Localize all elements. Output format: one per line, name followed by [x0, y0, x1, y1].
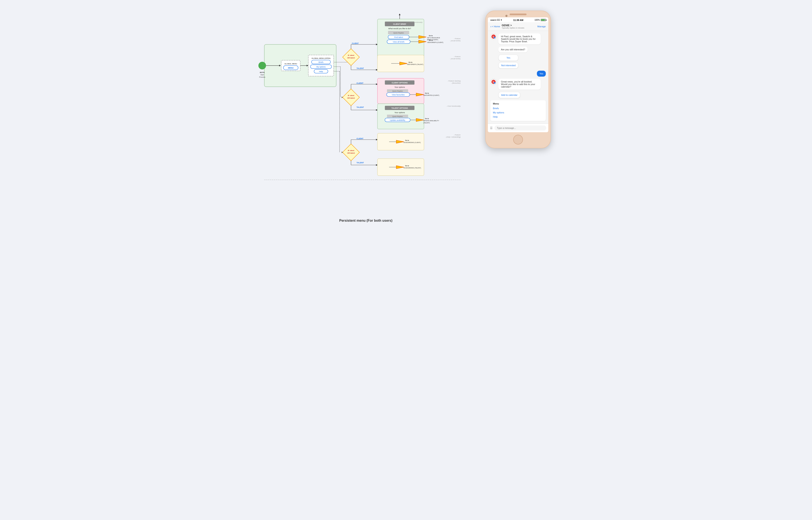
svg-text:Go to: Go to — [425, 93, 429, 94]
svg-text:ON-BOARDING (CLIENT): ON-BOARDING (CLIENT) — [403, 142, 421, 144]
start-both-label: BOTH — [260, 72, 265, 73]
svg-text:- Core functionality: - Core functionality — [408, 21, 423, 23]
svg-text:My options: My options — [316, 66, 326, 68]
bot-message-1: Hi Paul, great news, Saatchi & Saatchi w… — [498, 33, 541, 45]
svg-text:TALENT OPTIONS: TALENT OPTIONS — [391, 107, 408, 109]
svg-text:- Feature: - Feature — [454, 38, 461, 40]
svg-text:C: C — [494, 82, 495, 84]
svg-text:TALENT: TALENT — [356, 162, 364, 164]
svg-text:CLIENT BRIEF: CLIENT BRIEF — [393, 23, 406, 25]
quick-replies-row: Yes Not interested — [490, 55, 546, 69]
main-container: BOTH Start Process GLOBAL MENU MENU GLOB… — [258, 6, 554, 227]
wifi-icon: ▾ — [501, 19, 502, 21]
svg-text:CLIENT: CLIENT — [356, 137, 363, 140]
svg-text:What would you like to do?: What would you like to do? — [388, 27, 411, 30]
svg-text:IF client: IF client — [348, 150, 354, 152]
phone-area: ●●●oo EE ▾ 11:39 AM 100% ‹ — [482, 6, 554, 148]
svg-text:Your options: Your options — [395, 111, 405, 113]
phone-home-button[interactable] — [513, 135, 523, 145]
yes-quick-reply[interactable]: Yes — [498, 55, 518, 61]
svg-text:Help: Help — [319, 71, 323, 73]
chat-menu-help[interactable]: Help — [493, 115, 543, 119]
svg-text:Process: Process — [259, 76, 265, 78]
back-label: < Home — [492, 25, 500, 28]
chat-title-area: GENIE > Typically replies in minutes — [502, 24, 536, 29]
svg-text:Briefs: Briefs — [319, 61, 324, 63]
bot-avatar-2: G C — [490, 79, 497, 85]
chat-menu-my-options[interactable]: My options — [493, 110, 543, 115]
phone-device: ●●●oo EE ▾ 11:39 AM 100% ‹ — [485, 10, 551, 148]
flowchart-area: BOTH Start Process GLOBAL MENU MENU GLOB… — [258, 6, 474, 227]
carrier-label: ●●●oo EE — [490, 19, 500, 21]
svg-text:View favourites: View favourites — [392, 94, 405, 96]
svg-text:- Feature backlog: - Feature backlog — [448, 80, 461, 82]
manage-button[interactable]: Manage — [537, 25, 546, 28]
svg-marker-131 — [399, 14, 401, 15]
message-row-3: G C Great news, you're all booked. Would… — [490, 79, 546, 90]
svg-point-1 — [259, 62, 266, 70]
svg-marker-108 — [342, 152, 343, 153]
svg-text:OR talent: OR talent — [347, 97, 355, 99]
chat-menu-section: Menu Briefs My options Help — [490, 100, 546, 121]
message-input[interactable] — [494, 126, 546, 131]
svg-text:OR talent: OR talent — [347, 57, 355, 59]
svg-text:CLIENT: CLIENT — [356, 82, 363, 84]
add-calendar-row: Add to calendar — [490, 92, 546, 98]
hamburger-icon[interactable]: ☰ — [490, 126, 493, 130]
svg-text:- Feature: - Feature — [454, 134, 461, 136]
back-chevron-icon: ‹ — [490, 25, 491, 28]
svg-text:Go to: Go to — [405, 140, 409, 141]
bot-message-3: Great news, you're all booked. Would you… — [498, 79, 541, 90]
phone-camera — [505, 15, 508, 17]
svg-marker-66 — [342, 97, 343, 98]
svg-text:Go to: Go to — [409, 61, 412, 63]
message-row-1: G C Hi Paul, great news, Saatchi & Saatc… — [490, 33, 546, 45]
battery-percent: 100% — [534, 19, 540, 21]
svg-text:View all briefs: View all briefs — [393, 41, 405, 43]
svg-text:Quick Replies: Quick Replies — [393, 32, 404, 34]
svg-text:IF client: IF client — [348, 95, 354, 97]
chat-name: GENIE > — [502, 24, 536, 27]
svg-text:CLIENT OPTIONS: CLIENT OPTIONS — [391, 82, 408, 84]
phone-speaker — [510, 14, 526, 15]
svg-text:UPDATE AVAILABILITY: UPDATE AVAILABILITY — [423, 120, 439, 122]
not-interested-quick-reply[interactable]: Not interested — [498, 62, 518, 69]
svg-text:CLIENT: CLIENT — [352, 42, 359, 45]
svg-text:GLOBAL MENU: GLOBAL MENU — [285, 63, 297, 65]
bot-avatar-1: G C — [490, 33, 497, 40]
svg-text:IF client: IF client — [348, 54, 354, 56]
user-message-yes: Yes — [537, 71, 546, 77]
svg-text:MENU: MENU — [288, 67, 294, 69]
chat-header: ‹ < Home GENIE > Typically replies in mi… — [488, 22, 548, 31]
chat-menu-title: Menu — [493, 102, 543, 105]
time-label: 11:39 AM — [513, 19, 523, 21]
battery-icon — [541, 19, 546, 21]
svg-text:Go to: Go to — [429, 40, 433, 41]
svg-text:TALENT: TALENT — [356, 106, 364, 108]
svg-text:OR talent: OR talent — [347, 152, 355, 154]
chat-body: G C Hi Paul, great news, Saatchi & Saatc… — [488, 31, 548, 124]
status-left: ●●●oo EE ▾ — [490, 19, 502, 21]
svg-text:- (favourites): - (favourites) — [451, 82, 461, 84]
svg-text:ON-BOARDING (TALENT): ON-BOARDING (TALENT) — [403, 167, 421, 169]
add-calendar-button[interactable]: Add to calendar — [498, 92, 520, 98]
svg-text:- (recall briefs): - (recall briefs) — [450, 58, 461, 60]
genie-logo-icon: G C — [491, 34, 496, 39]
svg-text:Go to: Go to — [425, 118, 429, 119]
message-row-2: Are you still interested? — [490, 47, 546, 52]
svg-text:C: C — [494, 37, 495, 38]
bot-message-2: Are you still interested? — [498, 47, 527, 52]
flowchart-svg: BOTH Start Process GLOBAL MENU MENU GLOB… — [258, 6, 465, 222]
chat-input-bar: ☰ — [488, 124, 548, 132]
status-right: 100% — [534, 19, 546, 21]
phone-screen: ●●●oo EE ▾ 11:39 AM 100% ‹ — [488, 17, 548, 132]
status-bar: ●●●oo EE ▾ 11:39 AM 100% — [488, 17, 548, 22]
svg-text:Go to: Go to — [405, 165, 409, 166]
svg-text:FAVOURITES (CLIENT): FAVOURITES (CLIENT) — [423, 95, 439, 96]
svg-text:(TALENT): (TALENT) — [423, 122, 430, 124]
genie-logo-icon-2: G C — [491, 80, 496, 84]
svg-text:Your options: Your options — [395, 86, 405, 88]
chat-subtitle: Typically replies in minutes — [502, 27, 536, 29]
back-button[interactable]: ‹ < Home — [490, 25, 500, 28]
chat-menu-briefs[interactable]: Briefs — [493, 106, 543, 110]
